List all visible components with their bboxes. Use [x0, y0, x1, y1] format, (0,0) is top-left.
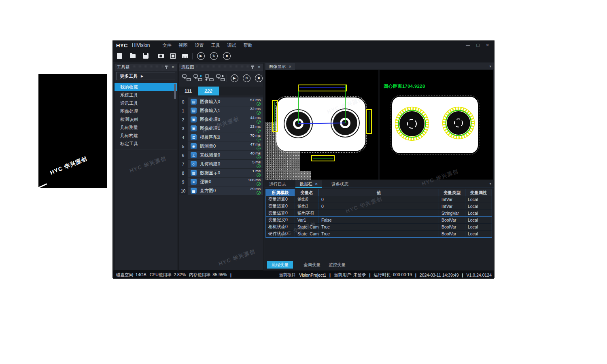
dropdown-icon[interactable]: ▾	[489, 182, 491, 186]
step-name: 图像输入1	[200, 108, 220, 114]
template-match-icon: ⊡	[191, 134, 197, 140]
minimize-button[interactable]: —	[466, 43, 470, 47]
col-var-attr[interactable]: 变量属性	[465, 189, 492, 196]
pin-icon[interactable]	[165, 65, 168, 69]
table-row[interactable]: 变量运算0输出00IntVarLocal	[266, 196, 492, 203]
image-view-result[interactable]: 圆心距离1704.9228	[380, 70, 493, 180]
flow-step[interactable]: 7◇几何构建05 ms	[179, 160, 263, 169]
cpu-usage: CPU使用率: 2.82%	[150, 272, 186, 278]
status-ok-icon	[257, 120, 261, 124]
menu-item[interactable]: 调试	[223, 42, 240, 49]
pin-icon[interactable]	[251, 65, 254, 69]
table-row[interactable]: 变量定义0Var1FalseBoolVarLocal	[266, 217, 492, 224]
table-row[interactable]: 硬件状态0State_Camer...TrueBoolVarLocal	[266, 231, 492, 237]
flow-step[interactable]: 4⊡模板匹配070 ms	[179, 133, 263, 142]
menu-item[interactable]: 帮助	[240, 42, 256, 49]
toolbox-list: 我的收藏系统工具通讯工具图像处理检测识别几何测量几何构建标定工具	[115, 83, 177, 148]
flow-stop-button[interactable]: ■	[255, 74, 263, 82]
tab-device-status[interactable]: 设备状态	[331, 180, 348, 188]
tab-close-icon[interactable]: ✕	[315, 182, 318, 186]
toolbox-item[interactable]: 检测识别	[115, 115, 177, 123]
flow-save-icon[interactable]	[205, 74, 214, 81]
tab-close-icon[interactable]: ✕	[289, 65, 292, 69]
tab-run-log[interactable]: 运行日志	[269, 180, 286, 188]
toolbox-item[interactable]: 几何测量	[115, 123, 177, 131]
toolbox-item[interactable]: 标定工具	[115, 140, 177, 148]
open-file-icon[interactable]	[129, 53, 136, 59]
flow-new-icon[interactable]	[182, 74, 191, 81]
io-card-icon[interactable]	[182, 53, 189, 59]
step-time: 70 ms	[250, 133, 261, 138]
toolbox-item[interactable]: 我的收藏	[115, 83, 177, 91]
toolbox-item[interactable]: 系统工具	[115, 91, 177, 99]
col-value[interactable]: 值	[319, 189, 439, 196]
close-panel-icon[interactable]: ✕	[257, 65, 261, 69]
close-panel-icon[interactable]: ✕	[171, 65, 174, 69]
image-input-icon: ▤	[191, 108, 197, 114]
app-window: HYC HIVision 文件视图设置工具调试帮助 — ▢ ✕ ▶ ↻ ■	[112, 40, 495, 278]
geometry-build-icon: ◇	[191, 161, 197, 167]
tab-flow-variables[interactable]: 流程变量	[267, 261, 293, 269]
variable-table: 所属模块 变量名 值 变量类型 变量属性 变量运算0输出00IntVarLoca…	[265, 189, 492, 238]
flow-step[interactable]: 9≡逻辑0106 ms	[179, 178, 263, 186]
flow-step[interactable]: 5◉圆测量047 ms	[179, 142, 263, 151]
col-var-name[interactable]: 变量名	[295, 189, 319, 196]
flow-tab-111[interactable]: 111	[181, 87, 195, 95]
flow-step[interactable]: 10▅直方图029 ms	[179, 186, 263, 195]
menu-item[interactable]: 设置	[191, 42, 207, 49]
close-button[interactable]: ✕	[486, 43, 489, 47]
flow-step[interactable]: 3▣图像处理123 ms	[179, 124, 263, 133]
flow-step[interactable]: 8▦数据显示01 ms	[179, 169, 263, 178]
tab-image-display[interactable]: 图像显示 ✕	[265, 63, 295, 70]
flow-step[interactable]: 2▣图像处理044 ms	[179, 115, 263, 124]
tab-monitor-variables[interactable]: 监控变量	[327, 261, 347, 269]
flow-tab-222[interactable]: 222	[198, 87, 219, 95]
tab-data[interactable]: 数据栏 ✕	[295, 180, 322, 188]
more-tools-button[interactable]: 更多工具 ▶	[116, 72, 175, 80]
status-bar: 磁盘空间: 14GB CPU使用率: 2.82% 内存使用率: 85.95% |…	[113, 271, 494, 279]
flow-step[interactable]: 1▤图像输入132 ms	[179, 106, 263, 115]
flow-step[interactable]: 0▤图像输入057 ms	[179, 97, 263, 106]
status-ok-icon	[257, 129, 261, 133]
image-tab-bar: 图像显示 ✕ ▾	[265, 63, 494, 70]
col-module[interactable]: 所属模块	[266, 189, 295, 196]
project-label: 当前项目	[279, 272, 296, 278]
flow-run-button[interactable]: ▶	[231, 74, 238, 82]
flow-export-icon[interactable]	[216, 74, 225, 81]
step-time: 1 ms	[252, 169, 261, 173]
step-time: 44 ms	[250, 116, 261, 120]
menu-item[interactable]: 文件	[159, 42, 175, 49]
image-view-source[interactable]	[265, 70, 378, 180]
flow-loop-run-button[interactable]: ↻	[243, 74, 250, 82]
dropdown-icon[interactable]: ▾	[489, 64, 491, 68]
watermark-dash	[36, 183, 47, 189]
toolbox-item[interactable]: 图像处理	[115, 107, 177, 115]
status-ok-icon	[257, 173, 261, 177]
step-name: 图像处理1	[200, 125, 220, 131]
flow-open-icon[interactable]	[193, 74, 202, 81]
loop-run-button[interactable]: ↻	[210, 52, 218, 60]
step-name: 直线测量0	[200, 152, 220, 158]
menu-item[interactable]: 工具	[207, 42, 223, 49]
table-row[interactable]: 变量运算0输出字符StringVarLocal	[266, 210, 492, 217]
panel-divider	[115, 150, 177, 150]
camera-icon[interactable]	[157, 53, 164, 59]
table-row[interactable]: 变量运算0输出10IntVarLocal	[266, 203, 492, 210]
toolbox-item[interactable]: 几何构建	[115, 131, 177, 140]
col-var-type[interactable]: 变量类型	[439, 189, 465, 196]
toolbox-item[interactable]: 通讯工具	[115, 99, 177, 107]
tab-global-variables[interactable]: 全局变量	[302, 261, 322, 269]
status-ok-icon	[257, 182, 261, 186]
maximize-button[interactable]: ▢	[476, 43, 480, 47]
menu-item[interactable]: 视图	[175, 42, 191, 49]
new-file-icon[interactable]	[116, 53, 123, 59]
stop-button[interactable]: ■	[223, 52, 231, 60]
title-bar: HYC HIVision 文件视图设置工具调试帮助 — ▢ ✕	[113, 41, 494, 50]
scrollbar-thumb[interactable]	[174, 84, 176, 99]
save-icon[interactable]	[142, 53, 149, 59]
table-row[interactable]: 相机状态0State_Camer...TrueBoolVarLocal	[266, 224, 492, 231]
flow-step[interactable]: 6∠直线测量040 ms	[179, 151, 263, 160]
data-tab-bar: 运行日志 数据栏 ✕ 设备状态 ▾	[265, 180, 494, 188]
run-button[interactable]: ▶	[197, 52, 205, 60]
calibration-grid-icon[interactable]	[170, 53, 176, 59]
